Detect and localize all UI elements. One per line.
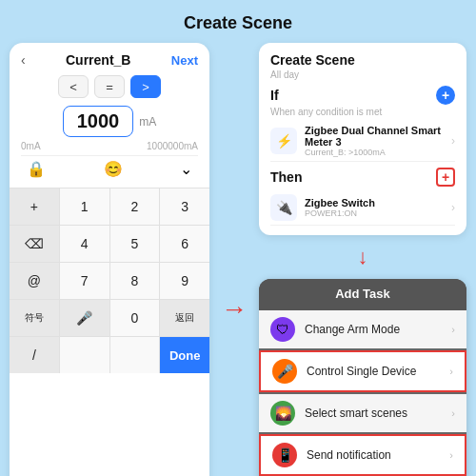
down-arrow-icon: ↓ [358, 245, 368, 269]
add-task-panel: Add Task 🛡 Change Arm Mode › 🎤 Control S… [259, 279, 466, 476]
task-item-notification[interactable]: 📱 Send notification › [259, 434, 466, 476]
then-label: Then [270, 169, 302, 185]
range-min: 0mA [21, 141, 41, 151]
key-8[interactable]: 8 [110, 263, 160, 299]
if-add-button[interactable]: + [436, 86, 455, 105]
chevron-down-icon[interactable]: ⌄ [180, 160, 192, 178]
right-arrow-icon: → [221, 294, 248, 325]
left-top: ‹ Current_B Next < = > 1000 mA 0mA 10000… [10, 43, 209, 188]
if-device-status: Current_B: >1000mA [305, 148, 444, 157]
arm-mode-icon: 🛡 [270, 317, 295, 342]
key-9[interactable]: 9 [160, 263, 209, 299]
scene-panel-subtitle: All day [270, 69, 455, 80]
task-list: 🛡 Change Arm Mode › 🎤 Control Single Dev… [259, 310, 466, 476]
key-empty [60, 337, 109, 373]
lock-icon: 🔒 [27, 160, 46, 178]
task-item-control[interactable]: 🎤 Control Single Device › [259, 350, 466, 392]
if-device-icon: ⚡ [270, 128, 297, 154]
notification-chevron: › [449, 449, 453, 461]
key-3[interactable]: 3 [160, 188, 209, 225]
then-add-button[interactable]: + [436, 168, 455, 187]
back-button[interactable]: ‹ [21, 52, 26, 68]
comparator-row: < = > [21, 75, 198, 98]
key-mic[interactable]: 🎤 [60, 300, 109, 336]
if-device-row[interactable]: ⚡ Zigbee Dual Channel Smart Meter 3 Curr… [270, 121, 455, 162]
keyboard-grid: + 1 2 3 ⌫ 4 5 6 @ 7 8 9 符号 🎤 0 返回 / Done [10, 188, 209, 373]
if-label: If [270, 88, 279, 103]
if-device-chevron: › [451, 134, 455, 148]
if-section-header: If + [270, 86, 455, 105]
key-7[interactable]: 7 [60, 263, 109, 299]
key-at[interactable]: @ [10, 263, 59, 299]
page-title: Create Scene [0, 0, 476, 33]
then-device-icon: 🔌 [270, 194, 297, 221]
key-1[interactable]: 1 [60, 188, 109, 225]
smart-scenes-label: Select smart scenes [305, 407, 442, 420]
key-symbol[interactable]: 符号 [10, 300, 59, 336]
if-device-info: Zigbee Dual Channel Smart Meter 3 Curren… [305, 125, 444, 157]
icon-row: 🔒 😊 ⌄ [21, 155, 198, 182]
if-device-name: Zigbee Dual Channel Smart Meter 3 [305, 125, 444, 148]
key-4[interactable]: 4 [60, 226, 109, 262]
then-device-info: Zigbee Switch POWER1:ON [305, 197, 444, 218]
arm-mode-label: Change Arm Mode [305, 323, 442, 336]
notification-icon: 📱 [272, 443, 297, 467]
right-arrow-container: → [221, 43, 248, 476]
value-unit: mA [139, 115, 156, 129]
cmp-less[interactable]: < [58, 75, 89, 98]
then-section: Then + 🔌 Zigbee Switch POWER1:ON › [270, 168, 455, 226]
range-row: 0mA 1000000mA [21, 141, 198, 151]
task-item-scenes[interactable]: 🌄 Select smart scenes › [259, 394, 466, 432]
scene-panel-title: Create Scene [270, 52, 455, 68]
key-5[interactable]: 5 [110, 226, 160, 262]
if-condition: When any condition is met [270, 107, 455, 117]
emoji-icon[interactable]: 😊 [104, 160, 123, 178]
key-2[interactable]: 2 [110, 188, 160, 225]
right-panels: Create Scene All day If + When any condi… [259, 43, 466, 476]
smart-scenes-icon: 🌄 [270, 401, 295, 426]
down-arrow-container: ↓ [259, 245, 466, 269]
key-divide[interactable]: / [10, 337, 59, 373]
next-button[interactable]: Next [171, 53, 198, 68]
key-delete[interactable]: 返回 [160, 300, 209, 336]
main-layout: ‹ Current_B Next < = > 1000 mA 0mA 10000… [0, 43, 476, 476]
then-device-chevron: › [451, 201, 455, 214]
if-section: If + When any condition is met ⚡ Zigbee … [270, 86, 455, 162]
arm-mode-chevron: › [451, 324, 455, 335]
then-device-name: Zigbee Switch [305, 197, 444, 208]
control-device-icon: 🎤 [272, 359, 297, 384]
then-header: Then + [270, 168, 455, 187]
notification-label: Send notification [307, 448, 440, 462]
scene-panel: Create Scene All day If + When any condi… [259, 43, 466, 235]
left-header: ‹ Current_B Next [21, 52, 198, 68]
value-box[interactable]: 1000 [63, 106, 134, 137]
key-plus[interactable]: + [10, 188, 59, 225]
key-backspace[interactable]: ⌫ [10, 226, 59, 262]
range-max: 1000000mA [147, 141, 198, 151]
then-device-row[interactable]: 🔌 Zigbee Switch POWER1:ON › [270, 190, 455, 226]
left-panel-title: Current_B [66, 52, 130, 68]
task-item-arm[interactable]: 🛡 Change Arm Mode › [259, 310, 466, 348]
add-task-title: Add Task [259, 279, 466, 308]
cmp-greater[interactable]: > [130, 75, 161, 98]
value-display: 1000 mA [21, 106, 198, 137]
left-panel: ‹ Current_B Next < = > 1000 mA 0mA 10000… [10, 43, 209, 476]
then-device-status: POWER1:ON [305, 208, 444, 218]
control-device-label: Control Single Device [307, 365, 440, 378]
smart-scenes-chevron: › [451, 407, 455, 419]
key-0[interactable]: 0 [110, 300, 160, 336]
key-done[interactable]: Done [160, 337, 209, 373]
control-device-chevron: › [449, 366, 453, 377]
cmp-equal[interactable]: = [94, 75, 125, 98]
key-6[interactable]: 6 [160, 226, 209, 262]
key-empty2 [110, 337, 160, 373]
